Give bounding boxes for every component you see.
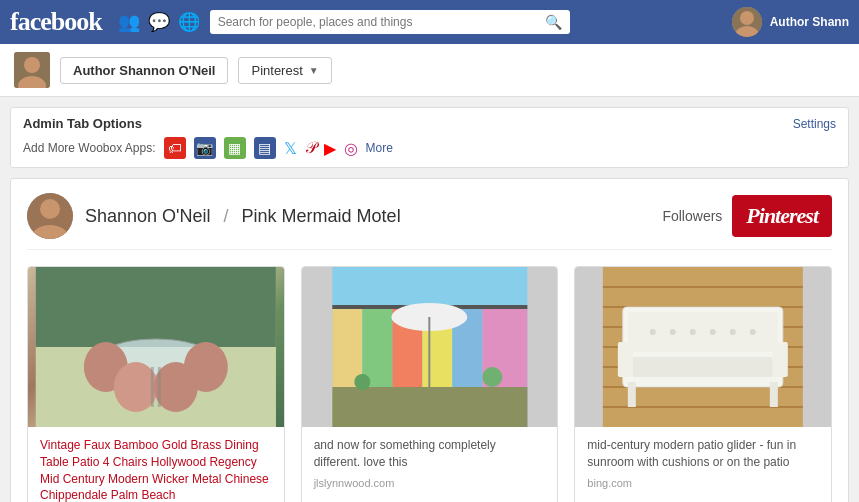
pin-source: bing.com	[587, 477, 819, 489]
svg-rect-18	[158, 367, 161, 407]
pinterest-btn-label: Pinterest	[746, 203, 818, 229]
user-avatar	[27, 193, 73, 239]
more-link[interactable]: More	[366, 141, 393, 155]
pin-description: mid-century modern patio glider - fun in…	[587, 437, 819, 471]
barcode-app-icon[interactable]: ▤	[254, 137, 276, 159]
svg-rect-29	[332, 387, 527, 427]
svg-rect-10	[36, 267, 276, 347]
svg-rect-51	[628, 382, 636, 407]
svg-point-44	[670, 329, 676, 335]
pinterest-panel: Shannon O'Neil / Pink Mermaid Motel Foll…	[10, 178, 849, 502]
avatar	[732, 7, 762, 37]
svg-rect-49	[618, 342, 633, 377]
nav-icons-group: 👥 💬 🌐	[118, 11, 200, 33]
svg-point-31	[482, 367, 502, 387]
breadcrumb-board: Pink Mermaid Motel	[242, 206, 401, 226]
twitter-app-icon[interactable]: 𝕏	[284, 139, 297, 158]
add-more-label: Add More Woobox Apps:	[23, 141, 156, 155]
svg-rect-41	[633, 357, 773, 377]
pin-body: and now for something completely differe…	[302, 427, 558, 497]
svg-rect-50	[773, 342, 788, 377]
pin-card: Vintage Faux Bamboo Gold Brass Dining Ta…	[27, 266, 285, 502]
svg-point-45	[690, 329, 696, 335]
pin-body: Vintage Faux Bamboo Gold Brass Dining Ta…	[28, 427, 284, 502]
pinterest-header: Shannon O'Neil / Pink Mermaid Motel Foll…	[27, 193, 832, 250]
pin-card: mid-century modern patio glider - fun in…	[574, 266, 832, 502]
admin-panel-header: Admin Tab Options Settings	[23, 116, 836, 131]
pins-grid: Vintage Faux Bamboo Gold Brass Dining Ta…	[27, 266, 832, 502]
grid-app-icon[interactable]: ▦	[224, 137, 246, 159]
pin-image	[302, 267, 558, 427]
facebook-logo: facebook	[10, 7, 102, 37]
friends-icon[interactable]: 👥	[118, 11, 140, 33]
admin-panel: Admin Tab Options Settings Add More Woob…	[10, 107, 849, 168]
pinterest-header-left: Shannon O'Neil / Pink Mermaid Motel	[27, 193, 401, 239]
chevron-down-icon: ▼	[309, 65, 319, 76]
search-input[interactable]	[218, 15, 539, 29]
pin-image	[28, 267, 284, 427]
pinterest-app-icon[interactable]: 𝒫	[305, 139, 316, 157]
breadcrumb-separator: /	[224, 206, 229, 226]
pinterest-button[interactable]: Pinterest	[732, 195, 832, 237]
search-icon: 🔍	[545, 14, 562, 30]
youtube-app-icon[interactable]: ▶	[324, 139, 336, 158]
profile-avatar	[14, 52, 50, 88]
tag-app-icon[interactable]: 🏷	[164, 137, 186, 159]
nav-user-name: Author Shann	[770, 15, 849, 29]
pin-description: and now for something completely differe…	[314, 437, 546, 471]
pinterest-dropdown-label: Pinterest	[251, 63, 302, 78]
pin-title: Vintage Faux Bamboo Gold Brass Dining Ta…	[40, 437, 272, 502]
svg-rect-52	[770, 382, 778, 407]
profile-name-button[interactable]: Author Shannon O'Neil	[60, 57, 228, 84]
add-more-row: Add More Woobox Apps: 🏷 📷 ▦ ▤ 𝕏 𝒫 ▶ ◎ Mo…	[23, 137, 836, 159]
admin-title: Admin Tab Options	[23, 116, 142, 131]
svg-point-30	[354, 374, 370, 390]
pinterest-dropdown[interactable]: Pinterest ▼	[238, 57, 331, 84]
nav-right-section: Author Shann	[732, 7, 849, 37]
instagram-app-icon[interactable]: ◎	[344, 139, 358, 158]
globe-icon[interactable]: 🌐	[178, 11, 200, 33]
pin-card: and now for something completely differe…	[301, 266, 559, 502]
settings-link[interactable]: Settings	[793, 117, 836, 131]
breadcrumb: Shannon O'Neil / Pink Mermaid Motel	[85, 206, 401, 227]
svg-point-48	[750, 329, 756, 335]
breadcrumb-user: Shannon O'Neil	[85, 206, 211, 226]
main-content: Admin Tab Options Settings Add More Woob…	[0, 97, 859, 502]
svg-point-46	[710, 329, 716, 335]
profile-bar: Author Shannon O'Neil Pinterest ▼	[0, 44, 859, 97]
svg-point-7	[40, 199, 60, 219]
svg-point-4	[24, 57, 40, 73]
followers-label: Followers	[662, 208, 722, 224]
search-bar: 🔍	[210, 10, 570, 34]
svg-rect-17	[151, 367, 154, 407]
camera-app-icon[interactable]: 📷	[194, 137, 216, 159]
pin-image	[575, 267, 831, 427]
pinterest-header-right: Followers Pinterest	[662, 195, 832, 237]
pin-body: mid-century modern patio glider - fun in…	[575, 427, 831, 497]
top-navigation: facebook 👥 💬 🌐 🔍 Author Shann	[0, 0, 859, 44]
svg-point-1	[740, 11, 754, 25]
svg-point-47	[730, 329, 736, 335]
svg-point-43	[650, 329, 656, 335]
messages-icon[interactable]: 💬	[148, 11, 170, 33]
pin-source: jlslynnwood.com	[314, 477, 546, 489]
